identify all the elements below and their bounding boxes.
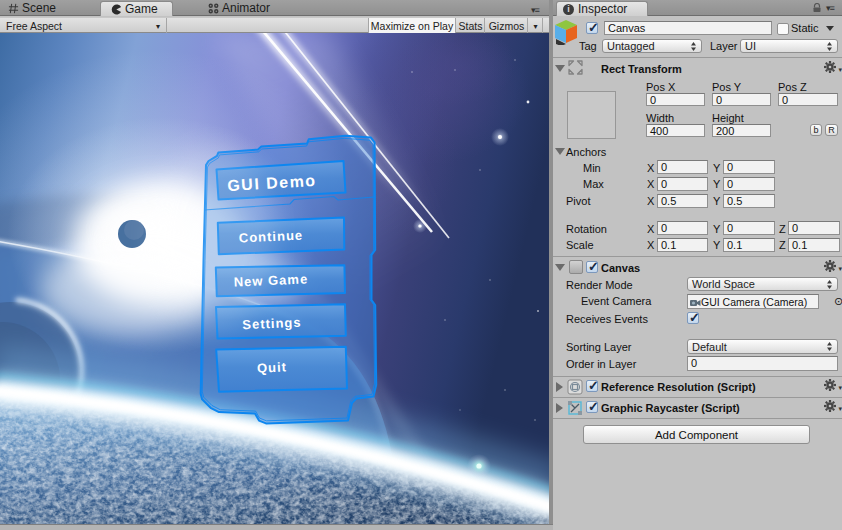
svg-text:Quit: Quit xyxy=(257,359,288,375)
svg-text:Settings: Settings xyxy=(242,315,302,333)
